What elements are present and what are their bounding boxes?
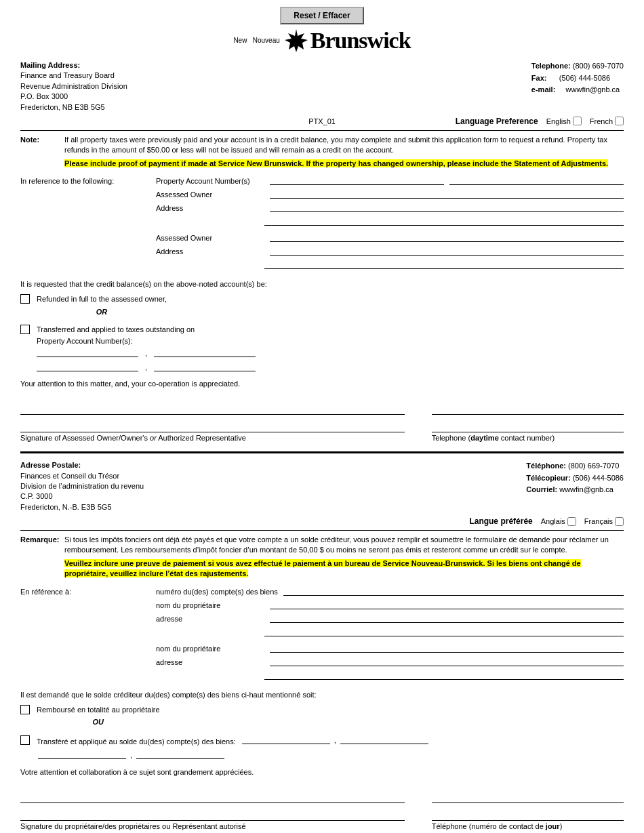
refund-checkbox[interactable] (20, 294, 30, 304)
ptx-code: PTX_01 (222, 117, 423, 125)
refunded-row: Refunded in full to the assessed owner, … (20, 293, 624, 319)
english-label: English (546, 117, 571, 125)
note-highlight: Please include proof of payment if made … (64, 159, 608, 167)
francais-checkbox[interactable] (615, 517, 624, 526)
note-label: Note: (20, 135, 58, 156)
address-2-field-2[interactable] (264, 260, 624, 269)
fr-address-line-4: Fredericton, N.-B. E3B 5G5 (20, 502, 144, 512)
fr-address-2-field[interactable] (270, 657, 624, 666)
transfer-lines: , , (37, 348, 256, 373)
telephone-sig-label-en: Telephone (daytime contact number) (432, 434, 624, 442)
adresse-label: Adresse Postale: (20, 460, 144, 470)
fr-tel-line-1 (432, 790, 624, 803)
french-label: French (590, 117, 613, 125)
address-line-3: P.O. Box 3000 (20, 92, 127, 102)
fr-address-2-label: adresse (156, 658, 264, 666)
address-line-2: Revenue Administration Division (20, 81, 127, 92)
anglais-checkbox[interactable] (567, 517, 576, 526)
email-label: e-mail: (531, 85, 555, 94)
address-field[interactable] (270, 203, 624, 212)
fr-address-label: adresse (156, 615, 264, 623)
fax-label: Fax: (531, 74, 547, 82)
appreciation-text: Your attention to this matter, and, your… (20, 380, 624, 388)
francais-option[interactable]: Français (584, 517, 624, 526)
transfer-field-1[interactable] (37, 348, 138, 357)
sig-label-en: Signature of Assessed Owner/Owner's or A… (20, 434, 405, 442)
french-address-block: Adresse Postale: Finances et Conseil du … (20, 460, 144, 512)
french-signature-section: Signature du propriétaire/des propriétai… (20, 790, 624, 830)
fr-fax-label: Télécopieur: (526, 474, 570, 482)
logo-container: New Nouveau Brunswick (20, 28, 624, 54)
fr-transfer-field-1[interactable] (242, 735, 330, 744)
fr-transfer-field-4[interactable] (136, 750, 224, 759)
address-line-1: Finance and Treasury Board (20, 70, 127, 81)
or-text: OR (37, 306, 167, 318)
fr-transfer-field-2[interactable] (340, 735, 428, 744)
contact-block: Telephone: (800) 669-7070 Fax: (506) 444… (531, 60, 624, 113)
langue-preferee-label: Langue préférée (469, 516, 532, 526)
french-note: Remarque: Si tous les impôts fonciers on… (20, 535, 624, 580)
nom-proprietaire-label: nom du propriétaire (156, 601, 264, 609)
fr-address-2-field-2[interactable] (264, 670, 624, 680)
address-line-4: Fredericton, NB E3B 5G5 (20, 102, 127, 113)
english-header: Mailing Address: Finance and Treasury Bo… (20, 60, 624, 113)
transfer-field-4[interactable] (154, 362, 256, 371)
fr-telephone-value: (800) 669-7070 (568, 462, 619, 470)
property-account-label: Property Account Number(s) (156, 177, 264, 185)
fr-fax-value: (506) 444-5086 (573, 474, 624, 482)
note-text: If all property taxes were previously pa… (64, 135, 624, 156)
french-checkbox[interactable] (615, 117, 624, 125)
fr-transfer-field-3[interactable] (38, 750, 126, 759)
anglais-option[interactable]: Anglais (541, 517, 576, 526)
address-field-2[interactable] (264, 216, 624, 226)
fr-rembourse-text: Remboursé en totalité au propriétaire (37, 704, 160, 716)
transferred-text: Transferred and applied to taxes outstan… (37, 324, 256, 346)
mailing-address-label: Mailing Address: (20, 60, 127, 70)
fr-sig-line-1 (20, 790, 405, 803)
anglais-label: Anglais (541, 517, 565, 525)
transfer-checkbox[interactable] (20, 325, 30, 334)
assessed-owner-2-field[interactable] (270, 232, 624, 242)
ptx-lang-row: PTX_01 Language Preference English Frenc… (20, 117, 624, 126)
divider-2 (20, 530, 624, 531)
fr-address-line-1: Finances et Conseil du Trésor (20, 471, 144, 481)
english-checkbox[interactable] (573, 117, 582, 125)
telephone-label: Telephone: (531, 62, 571, 70)
fr-address-field-2[interactable] (264, 627, 624, 636)
francais-label: Français (584, 517, 613, 525)
assessed-owner-field[interactable] (270, 189, 624, 199)
fr-property-account-field[interactable] (283, 586, 624, 596)
transfer-field-3[interactable] (37, 362, 138, 371)
english-signature-section: Signature of Assessed Owner/Owner's or A… (20, 401, 624, 442)
fr-refund-checkbox[interactable] (20, 705, 30, 714)
fr-tel-line-2 (432, 807, 624, 821)
divider-1 (20, 130, 624, 131)
property-account-field[interactable] (270, 176, 444, 185)
fr-address-line-2: Division de l’administration du revenu (20, 481, 144, 491)
french-contact-block: Téléphone: (800) 669-7070 Télécopieur: (… (526, 460, 624, 512)
remarque-text: Si tous les impôts fonciers ont déjà été… (64, 535, 624, 556)
assessed-owner-label: Assessed Owner (156, 190, 264, 199)
address-2-field[interactable] (270, 246, 624, 256)
french-reference-section: En référence à: numéro du(des) compte(s)… (20, 586, 624, 684)
email-value: wwwfin@gnb.ca (566, 85, 620, 94)
fr-address-field[interactable] (270, 613, 624, 623)
fax-value: (506) 444-5086 (559, 74, 610, 82)
mailing-address-block: Mailing Address: Finance and Treasury Bo… (20, 60, 127, 113)
fr-telephone-label: Téléphone: (526, 462, 566, 470)
fr-assessed-owner-field[interactable] (270, 600, 624, 609)
reset-button[interactable]: Reset / Effacer (280, 7, 363, 24)
assessed-owner-2-label: Assessed Owner (156, 234, 264, 242)
french-option[interactable]: French (590, 117, 624, 125)
fr-email-label: Courriel: (526, 485, 557, 493)
transfer-field-2[interactable] (154, 348, 256, 357)
remarque-label: Remarque: (20, 535, 58, 556)
fr-credit-text: Il est demandé que le solde créditeur du… (20, 691, 624, 699)
english-note: Note: If all property taxes were previou… (20, 135, 624, 169)
property-account-field-2[interactable] (449, 176, 624, 185)
language-preference-label: Language Preference (456, 117, 538, 126)
fr-transfer-checkbox[interactable] (20, 735, 30, 745)
address-label: Address (156, 204, 264, 212)
english-option[interactable]: English (546, 117, 582, 125)
fr-assessed-owner-2-field[interactable] (270, 643, 624, 653)
